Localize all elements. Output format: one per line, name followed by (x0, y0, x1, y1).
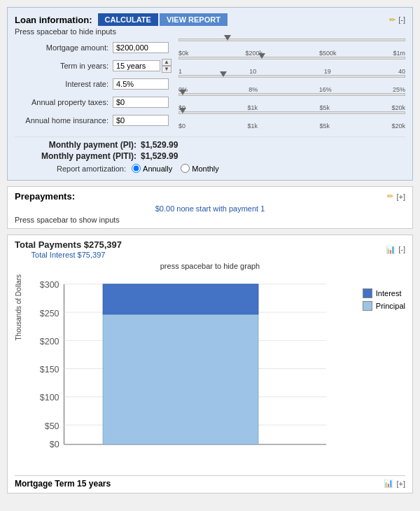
field-row-term: Term in years: ▲ ▼ (15, 58, 176, 74)
graph-press-label: press spacebar to hide graph (15, 262, 405, 270)
loan-header-icons: ✏ [-] (389, 15, 405, 24)
slider-label: $5k (319, 122, 330, 130)
radio-annually[interactable] (132, 164, 141, 173)
slider-taxes-track[interactable] (178, 93, 405, 96)
slider-label: 10 (249, 68, 256, 75)
amort-label: Report amortization: (57, 164, 126, 173)
slider-label: 19 (324, 68, 331, 75)
slider-mortgage-track[interactable] (178, 38, 405, 41)
view-report-button[interactable]: VIEW REPORT (160, 13, 227, 26)
label-taxes: Annual property taxes: (15, 98, 113, 106)
slider-insurance-track[interactable] (178, 111, 405, 114)
radio-monthly[interactable] (181, 164, 190, 173)
results-area: Monthly payment (PI): $1,529.99 Monthly … (15, 136, 405, 161)
slider-mortgage-labels: $0k $200k $500k $1m (178, 50, 405, 57)
totals-icons: 📊 [-] (386, 245, 405, 254)
slider-mortgage-row: $0k $200k $500k $1m (178, 40, 405, 55)
interest-bar (103, 284, 258, 314)
chart-expand-icon[interactable]: [+] (396, 479, 405, 488)
monthly-piti-value: $1,529.99 (141, 151, 178, 161)
totals-card: Total Payments $275,397 Total Interest $… (7, 234, 413, 493)
totals-header: Total Payments $275,397 Total Interest $… (15, 239, 405, 259)
svg-text:$150: $150 (40, 365, 59, 374)
svg-text:$50: $50 (45, 421, 59, 431)
slider-label: 8% (248, 86, 258, 93)
legend-interest: Interest (363, 288, 405, 298)
loan-title: Loan information: (15, 15, 92, 25)
slider-label: $5k (319, 104, 330, 111)
slider-rate-thumb[interactable] (220, 71, 227, 77)
slider-label: 40 (398, 68, 405, 75)
form-area: Mortgage amount: Term in years: ▲ ▼ Inte… (15, 40, 405, 131)
svg-text:$200: $200 (40, 337, 59, 346)
label-term: Term in years: (15, 62, 113, 70)
slider-label: $20k (391, 122, 405, 130)
monthly-piti-row: Monthly payment (PITI): $1,529.99 (15, 151, 405, 161)
slider-taxes-wrapper: $0 $1k $5k $20k (178, 93, 405, 111)
slider-label: $1k (247, 122, 258, 130)
slider-taxes-thumb[interactable] (179, 90, 186, 95)
chart-footer-icons: 📊 [+] (384, 479, 405, 488)
input-term[interactable] (113, 60, 160, 71)
svg-text:$250: $250 (40, 309, 59, 318)
input-rate[interactable] (113, 78, 169, 90)
chart-footer: Mortgage Term 15 years 📊 [+] (15, 475, 405, 489)
svg-text:$100: $100 (40, 393, 59, 402)
chart-bar-icon: 📊 (386, 245, 396, 254)
amort-annually-text: Annually (143, 164, 172, 173)
loan-btn-group: CALCULATE VIEW REPORT (98, 13, 227, 26)
term-down-arrow[interactable]: ▼ (162, 66, 172, 73)
label-mortgage: Mortgage amount: (15, 43, 113, 52)
principal-bar (103, 314, 258, 444)
slider-label: $500k (319, 50, 337, 57)
slider-rate-track[interactable] (178, 75, 405, 78)
legend-principal: Principal (363, 301, 405, 311)
svg-text:$300: $300 (40, 280, 59, 290)
slider-label: 25% (393, 86, 405, 93)
slider-label: 1 (178, 68, 182, 75)
slider-term-track[interactable] (178, 57, 405, 59)
totals-title: Total Payments $275,397 (15, 239, 122, 250)
prepayments-icons: ✏ [+] (387, 192, 405, 201)
slider-taxes-labels: $0 $1k $5k $20k (178, 104, 405, 111)
amort-monthly-text: Monthly (192, 164, 219, 173)
slider-term-labels: 1 10 19 40 (178, 68, 405, 75)
slider-mortgage-wrapper: $0k $200k $500k $1m (178, 38, 405, 57)
totals-title-area: Total Payments $275,397 Total Interest $… (15, 239, 122, 259)
input-mortgage[interactable] (113, 42, 169, 53)
field-row-taxes: Annual property taxes: (15, 94, 176, 110)
input-taxes[interactable] (113, 97, 169, 108)
loan-info-card: Loan information: CALCULATE VIEW REPORT … (7, 7, 413, 181)
slider-mortgage-thumb[interactable] (224, 35, 231, 41)
slider-insurance-thumb[interactable] (179, 108, 186, 113)
prepayments-info: $0.00 none start with payment 1 (15, 204, 405, 213)
slider-label: $0 (178, 122, 186, 130)
slider-term-thumb[interactable] (258, 53, 265, 59)
label-rate: Interest rate: (15, 80, 113, 88)
totals-collapse-icon[interactable]: [-] (398, 245, 405, 253)
legend-principal-color (363, 301, 372, 311)
slider-label: $20k (391, 104, 405, 111)
legend-principal-label: Principal (376, 302, 405, 310)
loan-collapse-icon[interactable]: [-] (398, 15, 405, 24)
field-row-rate: Interest rate: (15, 76, 176, 92)
press-spacebar-show: Press spacebar to show inputs (15, 216, 405, 224)
monthly-pi-label: Monthly payment (PI): (15, 140, 141, 150)
prepayments-expand-icon[interactable]: [+] (396, 192, 405, 201)
slider-label: $0k (178, 50, 189, 57)
field-row-mortgage: Mortgage amount: (15, 40, 176, 55)
pencil-icon: ✏ (389, 15, 396, 24)
field-row-insurance: Annual home insurance: (15, 113, 176, 128)
chart-svg: $300 $250 $200 $150 $100 $50 $0 (25, 274, 356, 469)
input-insurance[interactable] (113, 115, 169, 126)
radio-monthly-label[interactable]: Monthly (181, 164, 219, 173)
prepayments-card: Prepayments: ✏ [+] $0.00 none start with… (7, 186, 413, 229)
calculate-button[interactable]: CALCULATE (98, 13, 158, 26)
svg-text:$0: $0 (50, 440, 59, 449)
term-arrows: ▲ ▼ (162, 59, 172, 73)
radio-annually-label[interactable]: Annually (132, 164, 172, 173)
y-axis-label: Thousands of Dollars (15, 274, 22, 341)
slider-rate-wrapper: 0% 8% 16% 25% (178, 75, 405, 93)
term-up-arrow[interactable]: ▲ (162, 59, 172, 66)
amort-row: Report amortization: Annually Monthly (57, 164, 405, 173)
